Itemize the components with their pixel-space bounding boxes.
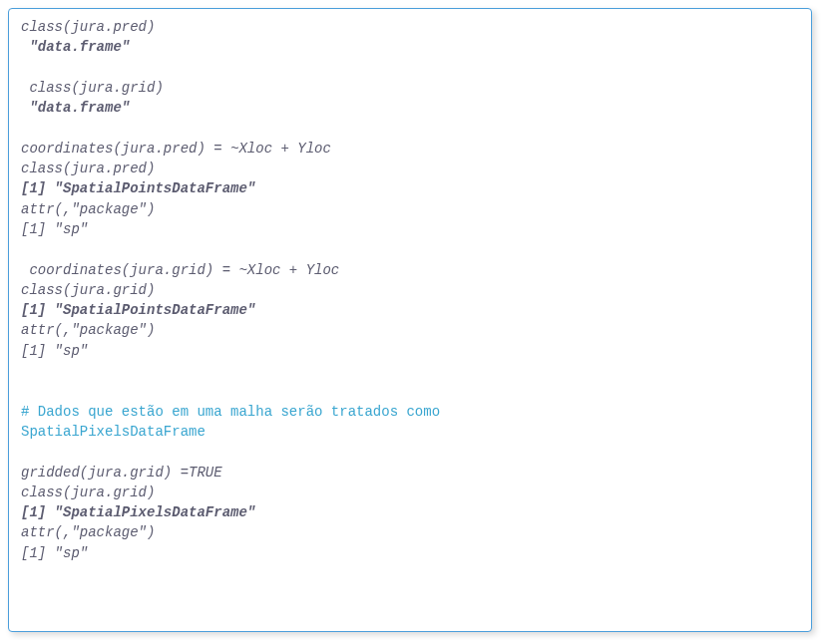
code-line: attr(,"package") [21, 320, 799, 340]
code-line: class(jura.grid) [21, 483, 799, 502]
code-line: class(jura.grid) [21, 280, 799, 300]
code-line: gridded(jura.grid) =TRUE [21, 463, 799, 483]
code-line: [1] "SpatialPointsDataFrame" [21, 178, 799, 198]
code-line: [1] "sp" [21, 341, 799, 361]
code-line: coordinates(jura.grid) = ~Xloc + Yloc [21, 260, 799, 280]
code-line: attr(,"package") [21, 199, 799, 219]
code-line: coordinates(jura.pred) = ~Xloc + Yloc [21, 139, 799, 159]
code-line [21, 442, 799, 462]
code-line [21, 58, 799, 78]
code-line: "data.frame" [21, 37, 799, 57]
code-line: attr(,"package") [21, 522, 799, 542]
code-block-container: class(jura.pred) "data.frame" class(jura… [8, 8, 812, 632]
code-line [21, 239, 799, 259]
code-line: [1] "SpatialPointsDataFrame" [21, 300, 799, 320]
code-line: [1] "sp" [21, 219, 799, 239]
code-line [21, 381, 799, 401]
code-line: class(jura.grid) [21, 78, 799, 98]
code-line: class(jura.pred) [21, 17, 799, 37]
code-line: [1] "SpatialPixelsDataFrame" [21, 502, 799, 522]
code-line [21, 361, 799, 381]
code-line: [1] "sp" [21, 543, 799, 563]
code-line: "data.frame" [21, 98, 799, 118]
code-comment-line: # Dados que estão em uma malha serão tra… [21, 402, 799, 422]
code-line [21, 118, 799, 138]
code-line: class(jura.pred) [21, 159, 799, 178]
code-comment-line: SpatialPixelsDataFrame [21, 422, 799, 442]
